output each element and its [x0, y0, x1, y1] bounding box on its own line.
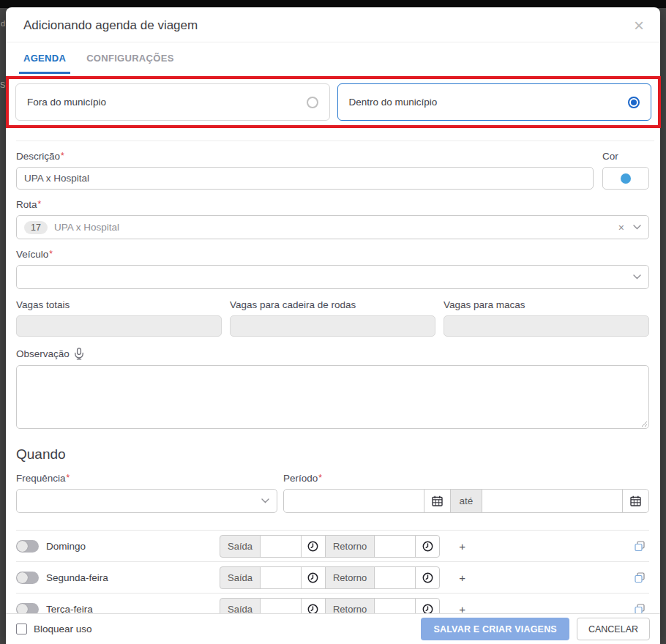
- retorno-label: Retorno: [325, 535, 375, 558]
- periodo-label: Período*: [283, 473, 649, 484]
- day-name: Segunda-feira: [46, 572, 108, 583]
- vagas-totais-input: [16, 315, 222, 337]
- clock-button[interactable]: [415, 535, 440, 558]
- saida-time-input[interactable]: [261, 536, 301, 557]
- clock-icon: [307, 572, 318, 583]
- rota-select[interactable]: 17 UPA x Hospital ×: [16, 215, 649, 239]
- color-picker-button[interactable]: [602, 167, 649, 190]
- close-icon[interactable]: ×: [634, 19, 644, 32]
- background-text-fragment: S: [0, 80, 5, 89]
- bloquear-uso-label: Bloquear uso: [34, 624, 92, 634]
- saida-time-field[interactable]: [260, 566, 302, 589]
- calendar-icon: [630, 495, 641, 506]
- add-travel-schedule-modal: Adicionando agenda de viagem × AGENDA CO…: [6, 7, 660, 644]
- modal-footer: Bloquear uso SALVAR E CRIAR VIAGENS CANC…: [6, 613, 660, 644]
- background-text-fragment: d: [1, 19, 5, 28]
- observacao-textarea[interactable]: [16, 365, 649, 429]
- copy-icon: [635, 541, 645, 552]
- chevron-down-icon[interactable]: [633, 274, 641, 280]
- bloquear-uso-checkbox[interactable]: [16, 624, 27, 634]
- copy-icon: [635, 572, 645, 583]
- radio-unselected-icon[interactable]: [307, 97, 318, 108]
- periodo-start-field[interactable]: [283, 489, 424, 513]
- color-dot: [621, 173, 631, 184]
- option-fora-do-municipio[interactable]: Fora do município: [15, 83, 330, 121]
- retorno-time-input[interactable]: [375, 536, 415, 557]
- day-row-domingo: Domingo Saída Retorno: [16, 530, 649, 561]
- saida-label: Saída: [220, 535, 261, 558]
- rota-label: Rota*: [16, 199, 649, 210]
- descricao-label: Descrição*: [16, 151, 594, 162]
- cancel-button[interactable]: CANCELAR: [577, 618, 650, 640]
- retorno-time-field[interactable]: [374, 566, 416, 589]
- rota-value: UPA x Hospital: [54, 222, 618, 233]
- clear-icon[interactable]: ×: [618, 222, 624, 233]
- add-time-slot-button[interactable]: +: [459, 540, 465, 553]
- time-slot-group: Saída Retorno: [220, 566, 440, 589]
- saida-label: Saída: [220, 566, 261, 589]
- quando-heading: Quando: [16, 446, 649, 463]
- copy-day-button[interactable]: [635, 572, 645, 583]
- chevron-down-icon[interactable]: [261, 498, 269, 503]
- clock-icon: [422, 541, 433, 552]
- add-time-slot-button[interactable]: +: [459, 572, 465, 584]
- calendar-button[interactable]: [622, 489, 649, 513]
- saida-time-input[interactable]: [261, 567, 301, 588]
- retorno-time-field[interactable]: [374, 535, 416, 558]
- tab-bar: AGENDA CONFIGURAÇÕES: [6, 42, 660, 74]
- microphone-icon[interactable]: [74, 348, 84, 360]
- periodo-range: até: [283, 489, 649, 513]
- clock-icon: [307, 541, 318, 552]
- calendar-button[interactable]: [424, 489, 451, 513]
- retorno-label: Retorno: [325, 566, 375, 589]
- clock-button[interactable]: [415, 566, 440, 589]
- radio-selected-icon[interactable]: [628, 97, 640, 108]
- retorno-time-input[interactable]: [375, 567, 415, 588]
- option-label: Fora do município: [27, 97, 106, 108]
- copy-day-button[interactable]: [635, 541, 645, 552]
- clock-icon: [422, 572, 433, 583]
- veiculo-select[interactable]: [16, 265, 649, 289]
- modal-title: Adicionando agenda de viagem: [23, 18, 198, 33]
- day-row-segunda-feira: Segunda-feira Saída Retorno: [16, 561, 649, 593]
- chevron-down-icon[interactable]: [633, 225, 641, 230]
- calendar-icon: [432, 495, 443, 506]
- frequencia-select[interactable]: [16, 489, 277, 513]
- rota-tag-badge: 17: [24, 221, 48, 234]
- day-toggle[interactable]: [16, 540, 39, 553]
- weekday-schedule-list: Domingo Saída Retorno: [16, 530, 649, 624]
- resize-handle[interactable]: [640, 420, 648, 427]
- periodo-start-input[interactable]: [291, 495, 416, 506]
- bloquear-uso-option[interactable]: Bloquear uso: [16, 624, 92, 634]
- option-dentro-do-municipio[interactable]: Dentro do município: [337, 83, 652, 121]
- day-toggle[interactable]: [16, 572, 39, 584]
- clock-button[interactable]: [301, 566, 326, 589]
- time-slot-group: Saída Retorno: [220, 535, 440, 558]
- tab-agenda[interactable]: AGENDA: [23, 42, 66, 74]
- veiculo-label: Veículo*: [16, 249, 649, 260]
- frequencia-label: Frequência*: [16, 473, 277, 484]
- modal-header: Adicionando agenda de viagem ×: [6, 7, 660, 42]
- tab-configuracoes[interactable]: CONFIGURAÇÕES: [86, 42, 173, 74]
- vagas-cadeira-rodas-input: [230, 315, 435, 337]
- clock-button[interactable]: [301, 535, 326, 558]
- option-label: Dentro do município: [349, 97, 438, 108]
- cor-label: Cor: [602, 151, 649, 162]
- save-and-create-trips-button[interactable]: SALVAR E CRIAR VIAGENS: [421, 618, 569, 640]
- vagas-macas-input: [444, 315, 649, 337]
- highlight-annotation-box: Fora do município Dentro do município: [6, 76, 661, 128]
- periodo-end-input[interactable]: [490, 495, 615, 506]
- descricao-input[interactable]: [16, 167, 594, 190]
- saida-time-field[interactable]: [260, 535, 302, 558]
- vagas-cadeira-rodas-label: Vagas para cadeira de rodas: [230, 299, 435, 310]
- vagas-macas-label: Vagas para macas: [444, 299, 649, 310]
- day-name: Domingo: [46, 541, 86, 552]
- observacao-label: Observação: [16, 348, 70, 359]
- periodo-until-label: até: [450, 489, 483, 513]
- periodo-end-field[interactable]: [482, 489, 623, 513]
- vagas-totais-label: Vagas totais: [16, 299, 222, 310]
- divider: [16, 141, 654, 141]
